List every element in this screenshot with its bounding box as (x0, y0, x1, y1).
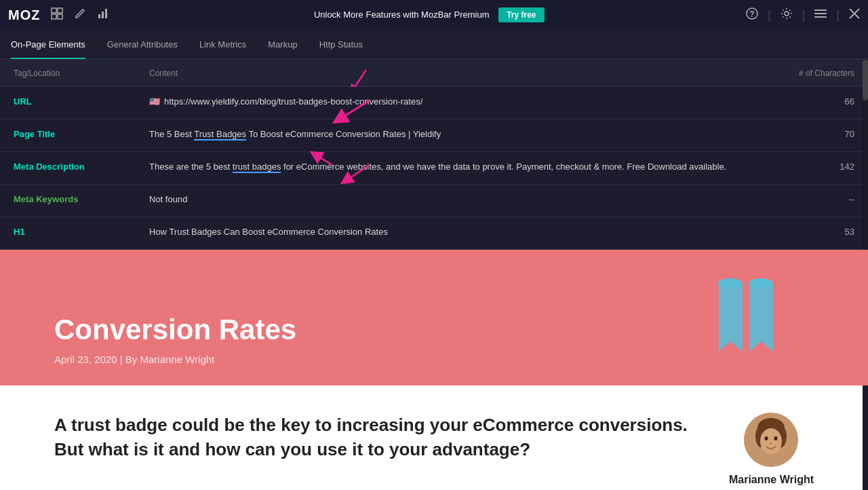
row-chars-metadesc: 142 (773, 160, 854, 172)
webpage-title: Conversion Rates (54, 314, 296, 345)
grid-icon[interactable] (48, 5, 66, 25)
svg-rect-4 (98, 14, 100, 18)
row-content-h1: How Trust Badges Can Boost eCommerce Con… (149, 225, 773, 239)
trust-badges-underline-2: trust badges (233, 162, 281, 173)
promo-message: Unlock More Features with MozBar Premium (314, 10, 490, 20)
tab-general-attributes[interactable]: General Attributes (96, 29, 189, 59)
page-bottom: A trust badge could be the key to increa… (0, 385, 868, 490)
tab-markup[interactable]: Markup (257, 29, 308, 59)
row-content-url: 🇺🇸https://www.yieldify.com/blog/trust-ba… (149, 95, 773, 109)
table-row: Page Title The 5 Best Trust Badges To Bo… (0, 119, 868, 152)
topbar: MOZ (0, 0, 868, 30)
row-tag-h1: H1 (14, 225, 149, 237)
table-row: URL 🇺🇸https://www.yieldify.com/blog/trus… (0, 87, 868, 119)
row-chars-url: 66 (773, 95, 854, 107)
svg-point-24 (749, 278, 773, 289)
svg-rect-2 (52, 14, 56, 19)
trust-badges-underline: Trust Badges (194, 129, 246, 140)
col-tag-header: Tag/Location (14, 69, 149, 78)
edit-icon[interactable] (71, 5, 89, 25)
author-block: Marianne Wright (729, 413, 814, 486)
svg-rect-5 (102, 12, 104, 18)
svg-point-31 (774, 436, 778, 440)
row-tag-metadesc: Meta Description (14, 160, 149, 172)
topbar-left: MOZ (8, 5, 112, 25)
svg-rect-1 (58, 8, 62, 13)
ribbon-decoration (678, 277, 814, 385)
row-tag-metakw: Meta Keywords (14, 193, 149, 204)
tab-on-page-elements[interactable]: On-Page Elements (11, 29, 96, 59)
table-row: H1 How Trust Badges Can Boost eCommerce … (0, 217, 868, 250)
svg-marker-22 (749, 284, 773, 352)
webpage-hero: Conversion Rates April 23, 2020 | By Mar… (0, 250, 868, 385)
svg-point-29 (760, 428, 782, 454)
article-teaser: A trust badge could be the key to increa… (54, 413, 688, 462)
webpage-date: April 23, 2020 | By Marianne Wright (54, 354, 296, 365)
table-body: URL 🇺🇸https://www.yieldify.com/blog/trus… (0, 87, 868, 250)
try-free-button[interactable]: Try free (498, 7, 544, 22)
tab-link-metrics[interactable]: Link Metrics (189, 29, 257, 59)
svg-point-23 (718, 278, 743, 289)
chart-icon[interactable] (94, 5, 112, 25)
tab-http-status[interactable]: Http Status (309, 29, 374, 59)
author-name: Marianne Wright (729, 474, 814, 486)
row-chars-pagetitle: 70 (773, 128, 854, 139)
row-content-pagetitle: The 5 Best Trust Badges To Boost eCommer… (149, 128, 773, 141)
row-content-metadesc: These are the 5 best trust badges for eC… (149, 160, 773, 174)
table-row: Meta Description These are the 5 best tr… (0, 152, 868, 185)
url-link[interactable]: https://www.yieldify.com/blog/trust-badg… (164, 96, 422, 107)
on-page-table: Tag/Location Content # of Characters URL… (0, 60, 868, 250)
divider1: | (768, 8, 771, 22)
svg-rect-0 (52, 8, 56, 13)
moz-logo: MOZ (8, 7, 40, 23)
menu-icon[interactable] (814, 9, 827, 21)
svg-text:?: ? (749, 10, 754, 19)
settings-icon[interactable] (781, 7, 793, 22)
col-content-header: Content (149, 69, 461, 78)
flag-icon: 🇺🇸 (149, 96, 160, 107)
svg-point-9 (785, 12, 789, 16)
topbar-right: ? | | | (746, 7, 860, 22)
svg-rect-6 (105, 9, 107, 18)
svg-marker-21 (719, 284, 743, 352)
help-icon[interactable]: ? (746, 7, 758, 22)
topbar-icons (48, 5, 112, 25)
author-avatar (744, 413, 798, 467)
table-header: Tag/Location Content # of Characters (0, 60, 868, 87)
tab-nav: On-Page Elements General Attributes Link… (0, 30, 868, 60)
svg-point-30 (765, 436, 768, 440)
divider3: | (836, 8, 840, 22)
row-content-metakw: Not found (149, 193, 773, 206)
scrollbar-thumb[interactable] (863, 60, 868, 100)
col-chars-header: # of Characters (773, 69, 854, 78)
author-photo (744, 413, 798, 467)
webpage-content: Conversion Rates April 23, 2020 | By Mar… (54, 314, 296, 365)
svg-rect-3 (58, 14, 62, 19)
table-row: Meta Keywords Not found -- (0, 185, 868, 217)
row-tag-pagetitle: Page Title (14, 128, 149, 139)
row-chars-metakw: -- (773, 193, 854, 204)
svg-point-32 (770, 442, 772, 445)
promo-text: Unlock More Features with MozBar Premium… (314, 7, 545, 22)
divider2: | (802, 8, 806, 22)
row-tag-url: URL (14, 95, 149, 107)
row-chars-h1: 53 (773, 225, 854, 237)
table-body-container: URL 🇺🇸https://www.yieldify.com/blog/trus… (0, 87, 868, 250)
close-icon[interactable] (849, 8, 860, 22)
